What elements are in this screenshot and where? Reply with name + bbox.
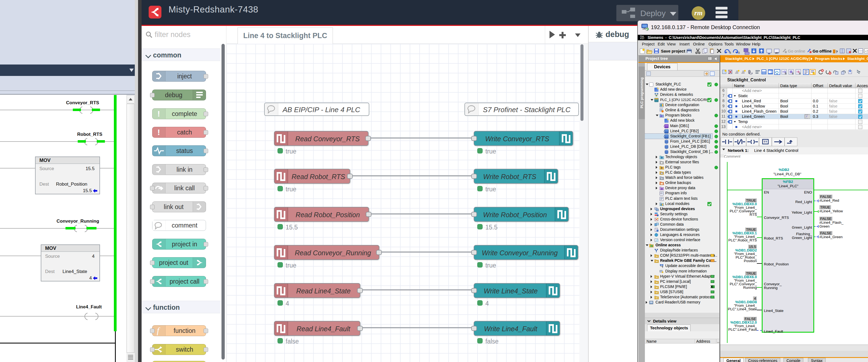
- svg-text:±: ±: [730, 51, 731, 54]
- svg-text:Save project: Save project: [661, 49, 685, 53]
- svg-text:±: ±: [738, 51, 740, 54]
- svg-text:?: ?: [836, 50, 838, 54]
- svg-text:??: ??: [763, 140, 767, 143]
- svg-text:±: ±: [785, 72, 786, 75]
- svg-text:<S: <S: [865, 50, 868, 53]
- svg-text:±: ±: [792, 72, 794, 75]
- svg-text:Go online: Go online: [788, 49, 805, 53]
- svg-text:Go offline: Go offline: [812, 49, 832, 53]
- svg-text:RT: RT: [775, 52, 779, 54]
- svg-text:±: ±: [799, 72, 801, 75]
- svg-text:?: ?: [662, 266, 663, 268]
- svg-text:?: ?: [713, 254, 715, 257]
